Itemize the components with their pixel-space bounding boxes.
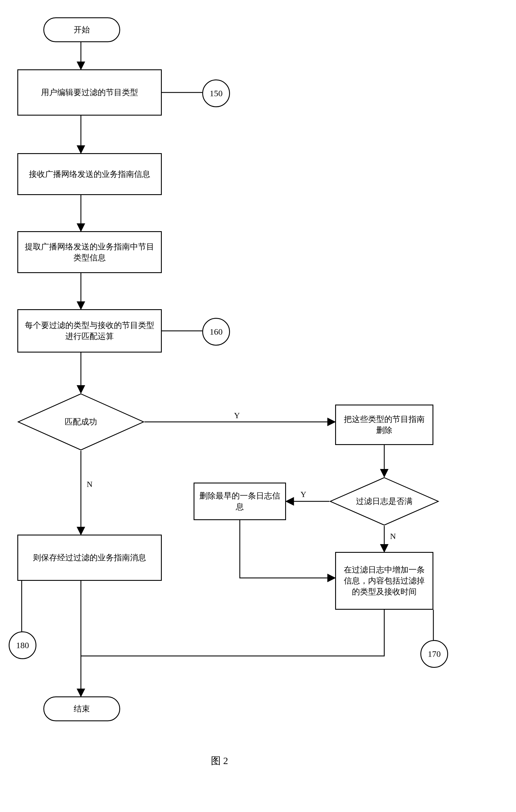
process-receive-sg: 接收广播网络发送的业务指南信息 <box>17 153 162 195</box>
process-extract-types-text: 提取广播网络发送的业务指南中节目类型信息 <box>23 241 156 263</box>
flowchart: 开始 用户编辑要过滤的节目类型 150 接收广播网络发送的业务指南信息 提取广播… <box>11 11 503 792</box>
end-label: 结束 <box>74 703 90 714</box>
step-160: 160 <box>202 318 230 346</box>
process-append-log-text: 在过滤日志中增加一条信息，内容包括过滤掉的类型及接收时间 <box>341 564 428 597</box>
decision-match-success-text: 匹配成功 <box>65 417 97 427</box>
process-edit-types-text: 用户编辑要过滤的节目类型 <box>41 87 138 98</box>
start-label: 开始 <box>74 24 90 35</box>
edge-n1: N <box>87 480 92 489</box>
terminator-start: 开始 <box>43 17 120 42</box>
process-delete-types-text: 把这些类型的节目指南删除 <box>341 414 428 436</box>
step-180: 180 <box>9 631 36 659</box>
process-delete-oldest-log-text: 删除最早的一条日志信息 <box>199 490 281 512</box>
process-save-filtered: 则保存经过过滤的业务指南消息 <box>17 534 162 581</box>
decision-log-full: 过滤日志是否满 <box>329 477 439 526</box>
process-match-text: 每个要过滤的类型与接收的节目类型进行匹配运算 <box>23 320 156 342</box>
edge-y2: Y <box>300 490 306 499</box>
decision-match-success: 匹配成功 <box>17 393 144 451</box>
decision-log-full-text: 过滤日志是否满 <box>356 496 412 506</box>
edge-n2: N <box>390 532 396 541</box>
process-match: 每个要过滤的类型与接收的节目类型进行匹配运算 <box>17 309 162 352</box>
edge-y1: Y <box>234 411 240 420</box>
process-edit-types: 用户编辑要过滤的节目类型 <box>17 69 162 116</box>
process-extract-types: 提取广播网络发送的业务指南中节目类型信息 <box>17 231 162 273</box>
process-receive-sg-text: 接收广播网络发送的业务指南信息 <box>29 169 150 180</box>
process-append-log: 在过滤日志中增加一条信息，内容包括过滤掉的类型及接收时间 <box>335 552 433 610</box>
process-save-filtered-text: 则保存经过过滤的业务指南消息 <box>33 552 146 563</box>
step-170: 170 <box>420 640 448 668</box>
process-delete-types: 把这些类型的节目指南删除 <box>335 405 433 445</box>
process-delete-oldest-log: 删除最早的一条日志信息 <box>194 483 286 520</box>
terminator-end: 结束 <box>43 696 120 721</box>
figure-caption: 图 2 <box>211 754 228 767</box>
step-150: 150 <box>202 80 230 107</box>
